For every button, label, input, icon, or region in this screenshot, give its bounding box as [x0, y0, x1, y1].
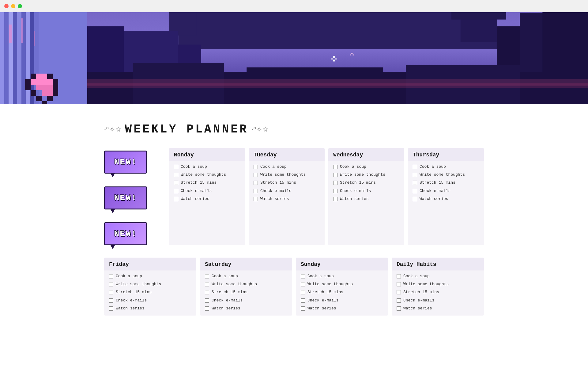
- maximize-button[interactable]: [18, 4, 22, 8]
- task-label: Cook a soup: [307, 274, 383, 279]
- task-checkbox[interactable]: [254, 189, 258, 193]
- task-checkbox[interactable]: [254, 197, 258, 201]
- sunday-header: Sunday: [296, 258, 388, 270]
- title-deco-right: ·°✧☆: [251, 125, 269, 134]
- task-checkbox[interactable]: [397, 274, 401, 278]
- task-item: Check e-mails: [174, 188, 240, 194]
- task-item: Write some thoughts: [397, 282, 479, 287]
- svg-rect-13: [36, 74, 42, 79]
- task-checkbox[interactable]: [397, 282, 401, 286]
- task-checkbox[interactable]: [397, 290, 401, 294]
- task-checkbox[interactable]: [254, 181, 258, 185]
- task-label: Stretch 15 mins: [420, 180, 479, 186]
- task-checkbox[interactable]: [413, 165, 417, 169]
- svg-rect-28: [53, 90, 58, 96]
- task-checkbox[interactable]: [301, 282, 305, 286]
- task-checkbox[interactable]: [174, 189, 178, 193]
- task-checkbox[interactable]: [397, 306, 401, 311]
- task-checkbox[interactable]: [109, 298, 113, 303]
- task-checkbox[interactable]: [333, 173, 337, 177]
- task-checkbox[interactable]: [254, 173, 258, 177]
- task-item: Watch series: [205, 306, 287, 311]
- task-label: Stretch 15 mins: [307, 289, 383, 295]
- svg-rect-56: [353, 54, 354, 56]
- task-checkbox[interactable]: [397, 298, 401, 303]
- task-checkbox[interactable]: [413, 197, 417, 201]
- task-label: Write some thoughts: [260, 172, 320, 178]
- svg-rect-19: [42, 90, 53, 96]
- task-checkbox[interactable]: [109, 274, 113, 278]
- task-item: Write some thoughts: [254, 172, 320, 178]
- task-item: Watch series: [333, 196, 399, 202]
- task-checkbox[interactable]: [254, 165, 258, 169]
- task-label: Stretch 15 mins: [212, 289, 287, 295]
- task-item: Cook a soup: [301, 274, 383, 279]
- task-item: Stretch 15 mins: [254, 180, 320, 186]
- task-item: Stretch 15 mins: [109, 289, 191, 295]
- task-checkbox[interactable]: [333, 197, 337, 201]
- task-label: Stretch 15 mins: [403, 289, 479, 295]
- task-checkbox[interactable]: [109, 282, 113, 286]
- task-checkbox[interactable]: [205, 298, 209, 303]
- task-checkbox[interactable]: [413, 189, 417, 193]
- task-checkbox[interactable]: [205, 274, 209, 278]
- minimize-button[interactable]: [11, 4, 15, 8]
- task-checkbox[interactable]: [109, 306, 113, 311]
- task-checkbox[interactable]: [301, 298, 305, 303]
- svg-rect-11: [21, 18, 23, 43]
- task-label: Check e-mails: [420, 188, 479, 194]
- task-checkbox[interactable]: [174, 173, 178, 177]
- task-checkbox[interactable]: [205, 282, 209, 286]
- day-sunday: Sunday Cook a soup Write some thoughts S…: [296, 258, 388, 316]
- daily-habits: Daily Habits Cook a soup Write some thou…: [392, 258, 484, 316]
- task-item: Cook a soup: [109, 274, 191, 279]
- task-checkbox[interactable]: [109, 290, 113, 294]
- task-checkbox[interactable]: [205, 290, 209, 294]
- task-label: Cook a soup: [260, 164, 320, 170]
- task-label: Cook a soup: [212, 274, 287, 279]
- task-checkbox[interactable]: [301, 274, 305, 278]
- day-wednesday: Wednesday Cook a soup Write some thought…: [328, 148, 404, 245]
- task-item: Cook a soup: [397, 274, 479, 279]
- task-label: Write some thoughts: [307, 282, 383, 287]
- task-label: Write some thoughts: [181, 172, 240, 178]
- task-label: Watch series: [340, 196, 399, 202]
- day-monday: Monday Cook a soup Write some thoughts S…: [169, 148, 245, 245]
- task-item: Watch series: [254, 196, 320, 202]
- task-item: Check e-mails: [109, 298, 191, 303]
- task-checkbox[interactable]: [205, 306, 209, 311]
- task-checkbox[interactable]: [174, 197, 178, 201]
- day-tuesday: Tuesday Cook a soup Write some thoughts …: [249, 148, 325, 245]
- task-checkbox[interactable]: [174, 181, 178, 185]
- task-label: Write some thoughts: [340, 172, 399, 178]
- svg-rect-50: [333, 56, 335, 58]
- badge-text-3: NEW!: [114, 229, 137, 239]
- task-checkbox[interactable]: [174, 165, 178, 169]
- page-title-area: ·°✧☆ WEEKLY PLANNER ·°✧☆: [104, 123, 484, 136]
- svg-rect-26: [53, 85, 58, 90]
- hero-banner: [0, 12, 588, 104]
- task-checkbox[interactable]: [413, 181, 417, 185]
- task-item: Cook a soup: [254, 164, 320, 170]
- task-item: Watch series: [397, 306, 479, 311]
- page-content: ·°✧☆ WEEKLY PLANNER ·°✧☆ NEW! NEW! NEW! …: [80, 104, 508, 334]
- task-checkbox[interactable]: [301, 306, 305, 311]
- task-label: Cook a soup: [116, 274, 191, 279]
- close-button[interactable]: [4, 4, 9, 8]
- task-checkbox[interactable]: [333, 165, 337, 169]
- task-label: Stretch 15 mins: [116, 289, 191, 295]
- wednesday-header: Wednesday: [328, 148, 404, 161]
- task-label: Check e-mails: [403, 298, 479, 303]
- task-label: Watch series: [307, 306, 383, 311]
- task-checkbox[interactable]: [333, 189, 337, 193]
- task-checkbox[interactable]: [413, 173, 417, 177]
- thursday-tasks: Cook a soup Write some thoughts Stretch …: [408, 161, 484, 206]
- svg-rect-10: [9, 25, 12, 43]
- day-saturday: Saturday Cook a soup Write some thoughts…: [200, 258, 292, 316]
- task-checkbox[interactable]: [333, 181, 337, 185]
- task-label: Check e-mails: [212, 298, 287, 303]
- task-item: Write some thoughts: [413, 172, 479, 178]
- task-checkbox[interactable]: [301, 290, 305, 294]
- badge-text-2: NEW!: [114, 193, 137, 203]
- svg-rect-31: [42, 101, 47, 104]
